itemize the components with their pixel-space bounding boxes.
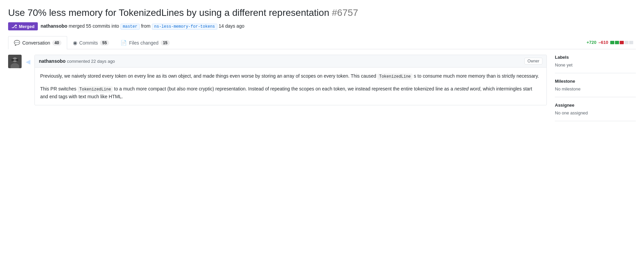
meta-commits-word: commits into bbox=[92, 23, 120, 29]
comment-header: nathansobo commented 22 days ago Owner bbox=[35, 55, 546, 68]
comment-block: ◀ nathansobo commented 22 days ago Owner… bbox=[8, 55, 547, 105]
comment-inline2: TokenizedLine bbox=[78, 86, 113, 92]
svg-rect-3 bbox=[11, 59, 14, 61]
meta-from-word: from bbox=[141, 23, 152, 29]
sidebar-assignee-value: No one assigned bbox=[555, 110, 636, 115]
svg-rect-4 bbox=[16, 59, 18, 61]
diff-bar-seg-4 bbox=[624, 41, 628, 44]
pr-meta-author: nathansobo merged 55 commits into master… bbox=[41, 23, 244, 30]
sidebar-milestone-value: No milestone bbox=[555, 86, 636, 91]
diff-stats: +720 –610 bbox=[587, 40, 636, 45]
comment-author[interactable]: nathansobo bbox=[39, 58, 65, 64]
comment-author-area: nathansobo commented 22 days ago bbox=[39, 58, 115, 64]
meta-action-text: merged bbox=[69, 23, 86, 29]
diff-bar-seg-2 bbox=[615, 41, 619, 44]
pr-title-text: Use 70% less memory for TokenizedLines b… bbox=[8, 7, 329, 18]
comment-p1-text: Previously, we naively stored every toke… bbox=[40, 73, 377, 79]
tab-commits-label: Commits bbox=[79, 40, 98, 46]
sidebar-labels-section: Labels None yet bbox=[555, 55, 636, 73]
diff-bar-seg-5 bbox=[629, 41, 633, 44]
comment-body: Previously, we naively stored every toke… bbox=[35, 68, 546, 105]
commits-icon: ◉ bbox=[73, 40, 77, 46]
pr-time-ago: 14 days ago bbox=[219, 23, 244, 29]
comment-inline1: TokenizedLine bbox=[377, 74, 412, 80]
tab-conversation-count: 40 bbox=[52, 40, 61, 46]
tab-commits-count: 55 bbox=[100, 40, 109, 46]
comment-p1b-text: s to consume much more memory than is st… bbox=[412, 73, 539, 79]
sidebar-milestone-section: Milestone No milestone bbox=[555, 73, 636, 97]
sidebar-labels-title: Labels bbox=[555, 55, 636, 60]
pr-title: Use 70% less memory for TokenizedLines b… bbox=[8, 7, 636, 19]
conversation-area: ◀ nathansobo commented 22 days ago Owner… bbox=[8, 55, 547, 121]
diff-bar bbox=[610, 41, 633, 44]
owner-badge: Owner bbox=[525, 58, 542, 64]
base-branch-tag[interactable]: master bbox=[120, 24, 140, 30]
head-branch-tag[interactable]: ns-less-memory-for-tokens bbox=[152, 24, 217, 30]
sidebar-labels-value: None yet bbox=[555, 62, 636, 68]
sidebar-assignee-title: Assignee bbox=[555, 103, 636, 108]
avatar bbox=[8, 55, 22, 68]
sidebar-milestone-title: Milestone bbox=[555, 79, 636, 84]
tab-files-changed[interactable]: 📄 Files changed 15 bbox=[115, 36, 176, 49]
pr-meta: ⎇ Merged nathansobo merged 55 commits in… bbox=[8, 22, 636, 30]
tabs-bar: 💬 Conversation 40 ◉ Commits 55 📄 Files c… bbox=[8, 36, 636, 49]
diff-bar-seg-1 bbox=[610, 41, 614, 44]
merge-icon: ⎇ bbox=[11, 24, 17, 29]
comment-paragraph-2: This PR switches TokenizedLine to a much… bbox=[40, 85, 541, 101]
comment-timestamp: commented 22 days ago bbox=[67, 59, 115, 64]
sidebar-assignee-section: Assignee No one assigned bbox=[555, 97, 636, 121]
avatar-image bbox=[8, 55, 22, 68]
conversation-icon: 💬 bbox=[14, 40, 20, 46]
author-name[interactable]: nathansobo bbox=[41, 23, 67, 29]
sidebar: Labels None yet Milestone No milestone A… bbox=[555, 55, 636, 121]
tab-conversation-label: Conversation bbox=[22, 40, 50, 46]
diff-bar-seg-3 bbox=[620, 41, 624, 44]
main-content: ◀ nathansobo commented 22 days ago Owner… bbox=[8, 55, 636, 121]
comment-paragraph-1: Previously, we naively stored every toke… bbox=[40, 72, 541, 80]
files-icon: 📄 bbox=[120, 40, 127, 46]
diff-deletions: –610 bbox=[598, 40, 608, 45]
tab-conversation[interactable]: 💬 Conversation 40 bbox=[8, 36, 67, 49]
commit-count: 55 bbox=[86, 23, 91, 29]
comment-p2-start: This PR switches bbox=[40, 86, 78, 91]
comment-container: nathansobo commented 22 days ago Owner P… bbox=[34, 55, 547, 105]
merged-label: Merged bbox=[19, 24, 34, 29]
tab-files-label: Files changed bbox=[129, 40, 158, 46]
diff-additions: +720 bbox=[587, 40, 596, 45]
tab-files-count: 15 bbox=[161, 40, 170, 46]
comment-italic1: nested word bbox=[454, 86, 480, 91]
pr-number: #6757 bbox=[332, 7, 358, 18]
merged-badge: ⎇ Merged bbox=[8, 22, 38, 30]
comment-p2-mid: to a much more compact (but also more cr… bbox=[113, 86, 454, 91]
comment-arrow: ◀ bbox=[26, 58, 30, 105]
tab-commits[interactable]: ◉ Commits 55 bbox=[67, 36, 115, 49]
